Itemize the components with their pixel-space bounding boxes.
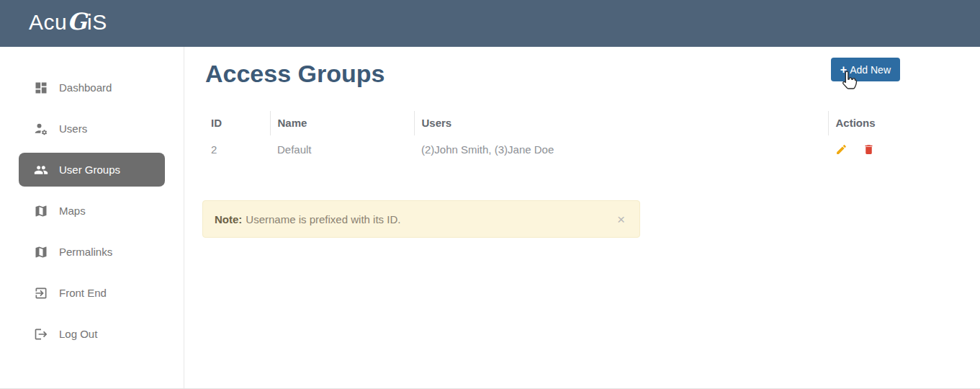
acugis-logo[interactable]: AcuGiS xyxy=(29,8,107,35)
edit-icon[interactable] xyxy=(835,143,848,156)
sidebar-item-label: Permalinks xyxy=(59,246,112,258)
logo-text-1: Acu xyxy=(29,10,67,34)
column-header-id: ID xyxy=(204,111,270,135)
column-header-name: Name xyxy=(270,111,414,135)
page-title: Access Groups xyxy=(205,60,385,88)
sidebar-item-label: Log Out xyxy=(59,328,97,340)
access-groups-table: ID Name Users Actions 2 Default (2)John … xyxy=(204,111,893,164)
close-icon[interactable]: × xyxy=(617,213,625,226)
plus-icon: + xyxy=(840,64,847,76)
table-row: 2 Default (2)John Smith, (3)Jane Doe xyxy=(204,135,893,164)
sidebar-item-label: Users xyxy=(59,122,87,135)
delete-icon[interactable] xyxy=(863,143,875,156)
sidebar-item-log-out[interactable]: Log Out xyxy=(19,317,165,351)
note-text: Username is prefixed with its ID. xyxy=(246,213,400,225)
sidebar-item-dashboard[interactable]: Dashboard xyxy=(19,71,165,104)
sidebar-item-label: Dashboard xyxy=(59,81,112,94)
note-label: Note: xyxy=(215,213,242,225)
cell-id: 2 xyxy=(204,135,270,164)
sidebar-item-users[interactable]: Users xyxy=(19,112,165,146)
add-new-button-label: Add New xyxy=(850,64,891,76)
cell-name: Default xyxy=(270,135,414,164)
add-new-button[interactable]: + Add New xyxy=(831,58,900,81)
sidebar-item-permalinks[interactable]: Permalinks xyxy=(19,235,165,269)
user-group-icon xyxy=(34,163,48,177)
sidebar-item-front-end[interactable]: Front End xyxy=(19,276,165,310)
map-icon xyxy=(34,204,48,218)
column-header-users: Users xyxy=(414,111,828,135)
map-icon xyxy=(34,245,48,259)
enter-app-icon xyxy=(34,286,48,300)
cell-users: (2)John Smith, (3)Jane Doe xyxy=(414,135,828,164)
sidebar-item-label: User Groups xyxy=(59,164,120,176)
logo-text-2: iS xyxy=(87,10,107,34)
note-alert: Note: Username is prefixed with its ID. … xyxy=(202,200,640,238)
sidebar-item-maps[interactable]: Maps xyxy=(19,194,165,228)
column-header-actions: Actions xyxy=(828,111,893,135)
sidebar-item-label: Maps xyxy=(59,205,86,217)
table-header-row: ID Name Users Actions xyxy=(204,111,893,135)
row-actions xyxy=(835,143,886,156)
logout-icon xyxy=(34,327,48,341)
main-content: Access Groups + Add New ID Name Users Ac… xyxy=(184,47,980,389)
dashboard-icon xyxy=(34,81,48,95)
user-gear-icon xyxy=(34,122,48,136)
sidebar: Dashboard Users User Groups Maps Permali… xyxy=(0,47,184,389)
logo-text-g: G xyxy=(67,8,87,35)
sidebar-item-label: Front End xyxy=(59,287,107,299)
sidebar-item-user-groups[interactable]: User Groups xyxy=(19,153,165,187)
header-bar: AcuGiS xyxy=(0,0,980,47)
